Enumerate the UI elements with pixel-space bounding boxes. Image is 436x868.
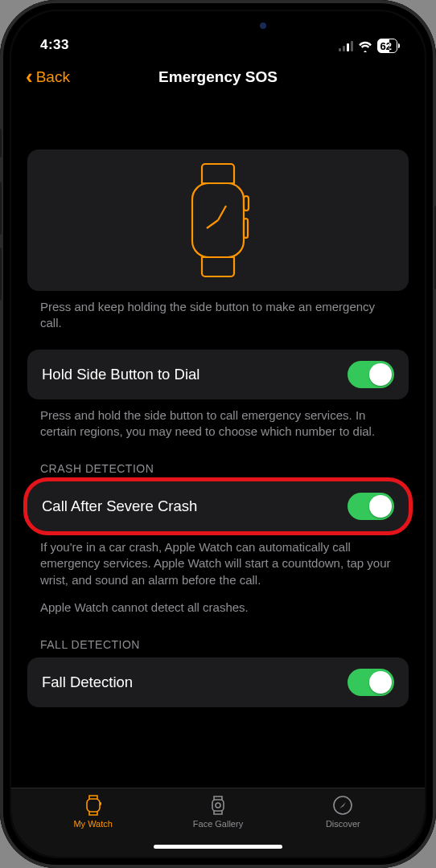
back-button[interactable]: ‹ Back (26, 68, 70, 87)
volume-down-button (0, 248, 2, 301)
call-after-crash-label: Call After Severe Crash (42, 497, 197, 515)
hold-side-button-row[interactable]: Hold Side Button to Dial (27, 350, 409, 399)
crash-section-header: CRASH DETECTION (27, 440, 409, 481)
fall-detection-row[interactable]: Fall Detection (27, 657, 409, 707)
hero-card (27, 149, 409, 291)
fall-detection-label: Fall Detection (42, 674, 133, 691)
phone-frame: 4:33 62 ‹ Back Emergency SOS (0, 0, 436, 868)
tab-my-watch-label: My Watch (73, 819, 113, 829)
mute-switch (0, 129, 2, 158)
hero-help-text: Press and keep holding the side button t… (27, 291, 409, 332)
scroll-content[interactable]: Press and keep holding the side button t… (11, 100, 425, 788)
svg-rect-2 (244, 219, 248, 238)
fall-section-header: FALL DETECTION (27, 616, 409, 657)
call-after-crash-toggle[interactable] (348, 493, 394, 520)
gallery-tab-icon (210, 795, 226, 816)
svg-rect-7 (212, 800, 224, 811)
home-indicator[interactable] (154, 845, 282, 849)
svg-point-8 (216, 803, 220, 808)
status-indicators: 62 (339, 39, 397, 53)
crash-help-text: If you're in a car crash, Apple Watch ca… (27, 531, 409, 588)
battery-level: 62 (380, 40, 392, 52)
svg-line-3 (218, 206, 226, 220)
svg-line-4 (207, 220, 218, 228)
chevron-left-icon: ‹ (26, 66, 33, 87)
page-title: Emergency SOS (158, 68, 278, 86)
tab-face-gallery-label: Face Gallery (193, 819, 243, 829)
notch (139, 11, 297, 39)
status-time: 4:33 (40, 37, 69, 53)
hold-side-button-toggle[interactable] (348, 361, 394, 388)
cellular-icon (339, 40, 353, 51)
tab-discover-label: Discover (326, 819, 360, 829)
wifi-icon (358, 40, 372, 51)
svg-rect-5 (87, 799, 100, 812)
tab-discover[interactable]: Discover (294, 795, 391, 857)
svg-rect-6 (100, 802, 101, 805)
svg-rect-1 (244, 196, 249, 211)
watch-tab-icon (84, 795, 102, 816)
hold-side-help-text: Press and hold the side button to call e… (27, 399, 409, 440)
screen: 4:33 62 ‹ Back Emergency SOS (11, 11, 425, 857)
tab-my-watch[interactable]: My Watch (45, 795, 142, 857)
call-after-crash-row[interactable]: Call After Severe Crash (27, 481, 409, 531)
discover-tab-icon (333, 795, 352, 816)
back-label: Back (36, 68, 70, 86)
crash-help-text-2: Apple Watch cannot detect all crashes. (27, 588, 409, 616)
volume-up-button (0, 182, 2, 235)
battery-indicator: 62 (377, 39, 397, 53)
hold-side-button-label: Hold Side Button to Dial (42, 366, 199, 383)
watch-illustration-icon (181, 161, 255, 280)
navigation-bar: ‹ Back Emergency SOS (11, 55, 425, 100)
fall-detection-toggle[interactable] (348, 669, 394, 696)
